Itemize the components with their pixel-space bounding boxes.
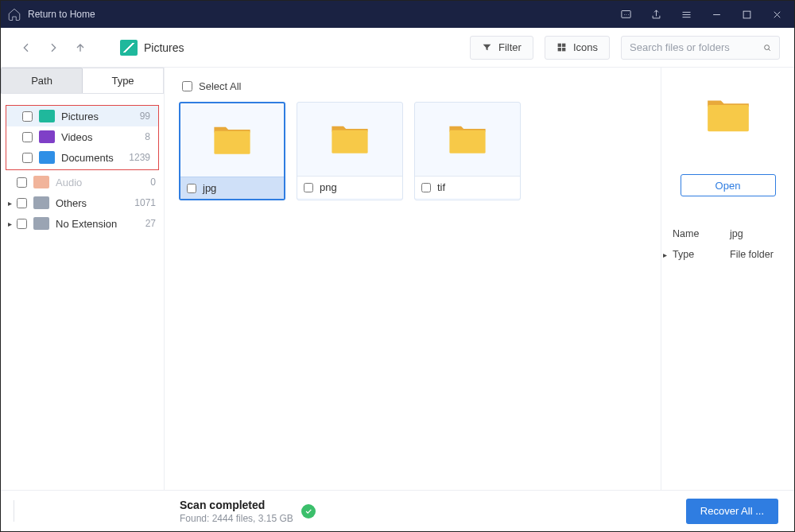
category-icon	[33, 196, 49, 209]
svg-rect-3	[562, 44, 565, 47]
detail-key: Type	[673, 249, 730, 260]
return-home-button[interactable]: Return to Home	[7, 7, 95, 21]
category-checkbox[interactable]	[17, 198, 27, 208]
folder-checkbox[interactable]	[421, 183, 431, 192]
content: Select All jpgpngtif Open Namejpg▸TypeFi…	[165, 68, 794, 490]
category-icon	[39, 151, 55, 164]
sidebar-item-videos[interactable]: Videos8	[6, 126, 158, 147]
select-all[interactable]: Select All	[182, 80, 646, 92]
category-label: Others	[56, 197, 131, 209]
status-check-icon	[301, 504, 316, 518]
sidebar: Path Type Pictures99Videos8Documents1239…	[1, 68, 165, 490]
detail-value: File folder	[730, 249, 774, 260]
category-count: 1239	[129, 152, 152, 163]
expand-icon[interactable]: ▸	[6, 199, 14, 208]
svg-rect-7	[214, 131, 250, 154]
folder-checkbox[interactable]	[187, 184, 196, 193]
folder-name: jpg	[203, 182, 216, 194]
svg-rect-2	[558, 44, 561, 47]
category-label: Documents	[61, 152, 126, 164]
folder-thumb	[180, 103, 284, 177]
maximize-button[interactable]	[735, 3, 758, 25]
category-count: 27	[145, 218, 157, 229]
divider	[14, 500, 14, 522]
share-icon[interactable]	[645, 3, 667, 25]
category-checkbox[interactable]	[22, 153, 33, 163]
status-subtitle: Found: 2444 files, 3.15 GB	[180, 513, 293, 524]
view-icons-label: Icons	[573, 41, 598, 53]
recover-all-button[interactable]: Recover All ...	[686, 499, 778, 524]
status-title: Scan completed	[180, 499, 293, 511]
svg-rect-0	[621, 10, 630, 17]
svg-rect-9	[449, 130, 485, 153]
category-label: Videos	[61, 131, 142, 143]
category-checkbox[interactable]	[22, 111, 33, 122]
view-icons-button[interactable]: Icons	[545, 36, 610, 60]
category-count: 99	[140, 111, 152, 122]
search-icon	[763, 41, 771, 54]
folder-name: png	[320, 181, 337, 193]
select-all-checkbox[interactable]	[182, 81, 192, 91]
category-label: Pictures	[61, 111, 137, 122]
search-input[interactable]	[630, 41, 763, 53]
file-listing: Select All jpgpngtif	[165, 68, 661, 490]
category-label: No Extension	[56, 218, 142, 230]
category-tree: Pictures99Videos8Documents1239Audio0▸Oth…	[1, 94, 164, 234]
detail-key: Name	[673, 228, 730, 239]
nav-forward-button[interactable]	[42, 37, 64, 59]
status-bar: Scan completed Found: 2444 files, 3.15 G…	[1, 490, 794, 531]
folder-card-png[interactable]: png	[297, 102, 403, 200]
category-count: 8	[145, 131, 152, 142]
titlebar: Return to Home	[1, 1, 794, 28]
select-all-label: Select All	[199, 80, 241, 92]
folder-checkbox[interactable]	[304, 183, 313, 192]
folder-card-jpg[interactable]: jpg	[179, 102, 285, 200]
sidebar-item-others[interactable]: ▸Others1071	[1, 192, 164, 213]
toolbar: Pictures Filter Icons	[1, 28, 794, 68]
folder-card-tif[interactable]: tif	[414, 102, 521, 200]
svg-rect-5	[562, 48, 565, 51]
highlighted-group: Pictures99Videos8Documents1239	[6, 105, 159, 170]
expand-arrow-icon[interactable]: ▸	[663, 250, 673, 259]
filter-button[interactable]: Filter	[470, 36, 533, 60]
filter-label: Filter	[498, 41, 522, 53]
folder-icon	[704, 96, 752, 134]
folder-footer: png	[297, 176, 402, 198]
return-home-label: Return to Home	[28, 9, 95, 20]
detail-row-type: ▸TypeFile folder	[673, 244, 783, 265]
category-checkbox[interactable]	[22, 132, 33, 142]
sidebar-item-documents[interactable]: Documents1239	[6, 147, 158, 168]
tab-path[interactable]: Path	[1, 68, 83, 93]
minimize-button[interactable]	[705, 3, 727, 25]
breadcrumb: Pictures	[120, 40, 184, 56]
category-checkbox[interactable]	[17, 177, 27, 188]
category-label: Audio	[56, 177, 147, 188]
open-button[interactable]: Open	[681, 174, 776, 196]
nav-back-button[interactable]	[15, 37, 37, 59]
close-button[interactable]	[766, 3, 788, 25]
details-panel: Open Namejpg▸TypeFile folder	[661, 68, 794, 490]
folder-name: tif	[437, 181, 445, 193]
main: Path Type Pictures99Videos8Documents1239…	[1, 68, 794, 490]
sidebar-item-audio[interactable]: Audio0	[1, 172, 164, 192]
filter-icon	[482, 42, 492, 52]
feedback-icon[interactable]	[615, 3, 637, 25]
expand-icon[interactable]: ▸	[6, 219, 14, 228]
status-text: Scan completed Found: 2444 files, 3.15 G…	[180, 499, 293, 524]
home-icon	[7, 7, 21, 21]
sidebar-tabs: Path Type	[1, 68, 164, 94]
folder-footer: tif	[415, 176, 520, 198]
grid-icon	[556, 42, 567, 52]
sidebar-item-pictures[interactable]: Pictures99	[6, 106, 158, 126]
tab-type[interactable]: Type	[83, 68, 164, 93]
search-box[interactable]	[621, 36, 780, 60]
window-controls	[615, 3, 788, 25]
folder-footer: jpg	[180, 177, 284, 199]
pictures-icon	[120, 40, 138, 56]
svg-point-6	[765, 45, 770, 49]
category-checkbox[interactable]	[17, 219, 27, 229]
nav-up-button[interactable]	[69, 37, 91, 59]
sidebar-item-no-extension[interactable]: ▸No Extension27	[1, 213, 164, 234]
svg-rect-4	[558, 48, 561, 51]
menu-icon[interactable]	[675, 3, 697, 25]
